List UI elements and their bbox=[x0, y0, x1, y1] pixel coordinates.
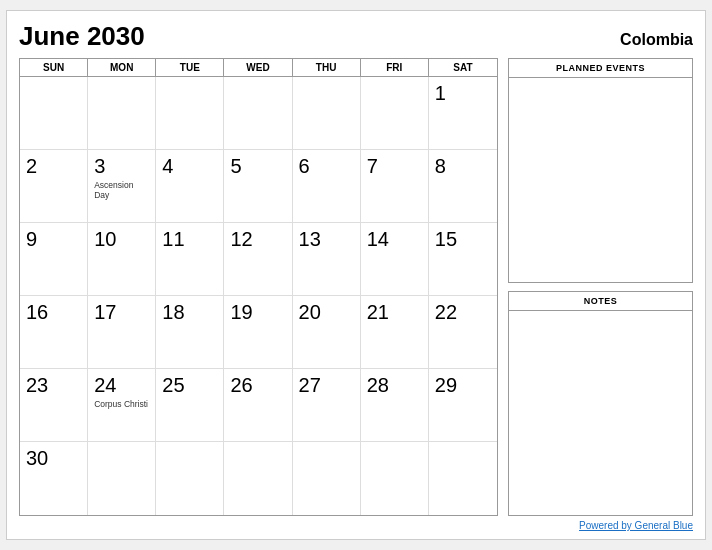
calendar-cell: 18 bbox=[156, 296, 224, 369]
day-header-mon: MON bbox=[88, 59, 156, 76]
calendar-cell: 3Ascension Day bbox=[88, 150, 156, 223]
calendar-cell: 12 bbox=[224, 223, 292, 296]
calendar-cell: 14 bbox=[361, 223, 429, 296]
cell-day-number: 7 bbox=[367, 154, 422, 178]
calendar-cell bbox=[88, 442, 156, 515]
calendar-cell: 11 bbox=[156, 223, 224, 296]
notes-content bbox=[509, 311, 692, 515]
cell-day-number: 24 bbox=[94, 373, 149, 397]
sidebar: PLANNED EVENTS NOTES bbox=[508, 58, 693, 516]
cell-day-number: 4 bbox=[162, 154, 217, 178]
cell-day-number: 28 bbox=[367, 373, 422, 397]
calendar-grid-section: SUNMONTUEWEDTHUFRISAT 123Ascension Day45… bbox=[19, 58, 498, 516]
day-header-fri: FRI bbox=[361, 59, 429, 76]
cell-day-number: 30 bbox=[26, 446, 81, 470]
calendar-cell bbox=[224, 442, 292, 515]
cell-event-label: Ascension Day bbox=[94, 180, 149, 200]
calendar-cell: 29 bbox=[429, 369, 497, 442]
calendar-cell: 27 bbox=[293, 369, 361, 442]
notes-title: NOTES bbox=[509, 292, 692, 311]
calendar-cell bbox=[88, 77, 156, 150]
cell-day-number: 21 bbox=[367, 300, 422, 324]
calendar-cell: 15 bbox=[429, 223, 497, 296]
calendar-cell: 30 bbox=[20, 442, 88, 515]
planned-events-title: PLANNED EVENTS bbox=[509, 59, 692, 78]
cell-day-number: 5 bbox=[230, 154, 285, 178]
calendar-cell: 25 bbox=[156, 369, 224, 442]
powered-by-link[interactable]: Powered by General Blue bbox=[579, 520, 693, 531]
day-header-thu: THU bbox=[293, 59, 361, 76]
cell-day-number: 15 bbox=[435, 227, 491, 251]
planned-events-content bbox=[509, 78, 692, 282]
cell-day-number: 20 bbox=[299, 300, 354, 324]
cell-day-number: 1 bbox=[435, 81, 491, 105]
cell-day-number: 25 bbox=[162, 373, 217, 397]
calendar-page: June 2030 Colombia SUNMONTUEWEDTHUFRISAT… bbox=[6, 10, 706, 540]
cell-day-number: 8 bbox=[435, 154, 491, 178]
calendar-country: Colombia bbox=[620, 31, 693, 49]
calendar-cell: 5 bbox=[224, 150, 292, 223]
day-headers-row: SUNMONTUEWEDTHUFRISAT bbox=[20, 59, 497, 77]
cell-day-number: 9 bbox=[26, 227, 81, 251]
main-area: SUNMONTUEWEDTHUFRISAT 123Ascension Day45… bbox=[19, 58, 693, 516]
calendar-cell: 9 bbox=[20, 223, 88, 296]
calendar-cell: 8 bbox=[429, 150, 497, 223]
cell-day-number: 19 bbox=[230, 300, 285, 324]
cell-day-number: 11 bbox=[162, 227, 217, 251]
calendar-cell: 22 bbox=[429, 296, 497, 369]
planned-events-box: PLANNED EVENTS bbox=[508, 58, 693, 283]
cell-day-number: 27 bbox=[299, 373, 354, 397]
notes-box: NOTES bbox=[508, 291, 693, 516]
calendar-cell: 28 bbox=[361, 369, 429, 442]
calendar-cell bbox=[429, 442, 497, 515]
calendar-cell: 4 bbox=[156, 150, 224, 223]
calendar-cell: 2 bbox=[20, 150, 88, 223]
calendar-cell: 23 bbox=[20, 369, 88, 442]
calendar-cell bbox=[293, 442, 361, 515]
calendar-cell: 7 bbox=[361, 150, 429, 223]
calendar-cell bbox=[156, 77, 224, 150]
calendar-cell: 6 bbox=[293, 150, 361, 223]
calendar-cell: 16 bbox=[20, 296, 88, 369]
cell-day-number: 29 bbox=[435, 373, 491, 397]
calendar-cell: 20 bbox=[293, 296, 361, 369]
calendar-cell: 13 bbox=[293, 223, 361, 296]
cell-event-label: Corpus Christi bbox=[94, 399, 149, 409]
calendar-cell: 10 bbox=[88, 223, 156, 296]
cell-day-number: 16 bbox=[26, 300, 81, 324]
day-header-wed: WED bbox=[224, 59, 292, 76]
calendar-cell bbox=[156, 442, 224, 515]
cell-day-number: 22 bbox=[435, 300, 491, 324]
cell-day-number: 14 bbox=[367, 227, 422, 251]
calendar-cell: 19 bbox=[224, 296, 292, 369]
calendar-cell bbox=[293, 77, 361, 150]
footer: Powered by General Blue bbox=[19, 520, 693, 531]
calendar-grid: 123Ascension Day456789101112131415161718… bbox=[20, 77, 497, 515]
cell-day-number: 10 bbox=[94, 227, 149, 251]
calendar-cell: 1 bbox=[429, 77, 497, 150]
calendar-cell bbox=[361, 77, 429, 150]
calendar-cell: 26 bbox=[224, 369, 292, 442]
calendar-cell bbox=[361, 442, 429, 515]
calendar-cell: 24Corpus Christi bbox=[88, 369, 156, 442]
calendar-cell bbox=[20, 77, 88, 150]
cell-day-number: 2 bbox=[26, 154, 81, 178]
cell-day-number: 3 bbox=[94, 154, 149, 178]
day-header-tue: TUE bbox=[156, 59, 224, 76]
calendar-cell bbox=[224, 77, 292, 150]
cell-day-number: 12 bbox=[230, 227, 285, 251]
calendar-title: June 2030 bbox=[19, 21, 145, 52]
day-header-sat: SAT bbox=[429, 59, 497, 76]
cell-day-number: 6 bbox=[299, 154, 354, 178]
cell-day-number: 18 bbox=[162, 300, 217, 324]
day-header-sun: SUN bbox=[20, 59, 88, 76]
header: June 2030 Colombia bbox=[19, 21, 693, 52]
calendar-cell: 17 bbox=[88, 296, 156, 369]
cell-day-number: 23 bbox=[26, 373, 81, 397]
cell-day-number: 17 bbox=[94, 300, 149, 324]
calendar-cell: 21 bbox=[361, 296, 429, 369]
cell-day-number: 13 bbox=[299, 227, 354, 251]
cell-day-number: 26 bbox=[230, 373, 285, 397]
